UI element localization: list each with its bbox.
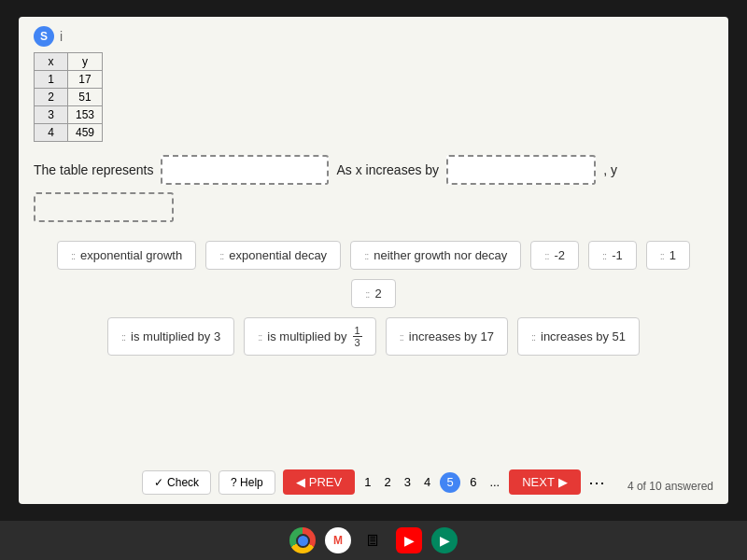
drop-zone-2[interactable] bbox=[446, 155, 596, 185]
option-label: 2 bbox=[374, 287, 381, 301]
page-num-1[interactable]: 1 bbox=[360, 473, 374, 491]
drag-option-neg2[interactable]: :: -2 bbox=[530, 241, 579, 270]
option-label: 1 bbox=[669, 248, 676, 262]
drag-handle: :: bbox=[660, 250, 664, 261]
table-row: 3 153 bbox=[35, 106, 103, 124]
drag-handle: :: bbox=[531, 331, 535, 343]
next-arrow-icon: ▶ bbox=[558, 475, 568, 489]
option-label: is multiplied by 3 bbox=[131, 329, 220, 343]
question-area: The table represents As x increases by ,… bbox=[34, 155, 713, 222]
table-row: 2 51 bbox=[35, 89, 103, 106]
taskbar: M 🗏 ▶ ▶ bbox=[0, 521, 747, 560]
table-cell: 459 bbox=[68, 124, 103, 142]
drag-handle: :: bbox=[364, 250, 368, 261]
drag-handle: :: bbox=[400, 331, 403, 343]
youtube-icon[interactable]: ▶ bbox=[396, 527, 422, 553]
table-row: 1 17 bbox=[35, 71, 103, 89]
table-cell: 2 bbox=[35, 89, 68, 106]
prev-label: PREV bbox=[309, 475, 342, 489]
play-icon[interactable]: ▶ bbox=[431, 527, 458, 553]
option-label: -1 bbox=[612, 248, 623, 262]
chrome-icon[interactable] bbox=[289, 527, 316, 553]
info-icon[interactable]: i bbox=[60, 29, 63, 44]
drag-handle: :: bbox=[258, 331, 261, 343]
option-label: is multiplied by bbox=[267, 329, 346, 343]
next-button[interactable]: NEXT ▶ bbox=[509, 469, 581, 495]
page-num-4[interactable]: 4 bbox=[420, 473, 434, 491]
help-button[interactable]: ? Help bbox=[218, 470, 275, 495]
check-label: Check bbox=[167, 476, 199, 489]
option-label: increases by 51 bbox=[541, 329, 626, 343]
table-row: 4 459 bbox=[35, 124, 103, 142]
answered-count: 4 of 10 answered bbox=[627, 480, 713, 493]
drop-zone-3[interactable] bbox=[34, 192, 174, 222]
page-num-5[interactable]: 5 bbox=[440, 472, 460, 493]
drag-handle: :: bbox=[602, 250, 606, 261]
page-num-2[interactable]: 2 bbox=[380, 473, 394, 491]
table-cell: 3 bbox=[35, 106, 68, 124]
check-icon: ✓ bbox=[154, 476, 163, 489]
drag-option-1[interactable]: :: 1 bbox=[646, 241, 690, 270]
table-cell: y bbox=[68, 53, 103, 71]
page-numbers: 1 2 3 4 5 6 ... bbox=[360, 472, 503, 493]
drag-option-multiplied-third[interactable]: :: is multiplied by 1 3 bbox=[244, 317, 376, 356]
ellipsis: ... bbox=[486, 473, 503, 491]
question-suffix: , y bbox=[603, 162, 617, 177]
drag-option-neither-growth[interactable]: :: neither growth nor decay bbox=[350, 241, 521, 270]
option-label: exponential growth bbox=[80, 248, 182, 262]
drop-zone-1[interactable] bbox=[161, 155, 329, 185]
drive-icon[interactable]: 🗏 bbox=[360, 527, 387, 553]
question-line: The table represents As x increases by ,… bbox=[34, 155, 713, 185]
drag-option-2[interactable]: :: 2 bbox=[351, 279, 395, 308]
top-bar: S i bbox=[34, 26, 713, 47]
check-button[interactable]: ✓ Check bbox=[142, 470, 211, 495]
table-cell: x bbox=[35, 53, 68, 71]
app-icon: S bbox=[34, 26, 54, 47]
drag-option-multiplied-3[interactable]: :: is multiplied by 3 bbox=[107, 317, 234, 356]
option-label: neither growth nor decay bbox=[374, 248, 507, 262]
question-middle: As x increases by bbox=[336, 162, 439, 177]
option-label: -2 bbox=[554, 248, 565, 262]
table-cell: 4 bbox=[35, 124, 68, 142]
drag-option-exponential-decay[interactable]: :: exponential decay bbox=[205, 241, 341, 270]
prev-button[interactable]: ◀ PREV bbox=[283, 469, 355, 495]
gmail-icon[interactable]: M bbox=[325, 527, 351, 553]
drag-handle: :: bbox=[219, 250, 223, 261]
nav-left: ✓ Check ? Help bbox=[142, 470, 275, 495]
drag-handle: :: bbox=[365, 288, 369, 300]
help-label: ? Help bbox=[231, 476, 263, 489]
prev-arrow-icon: ◀ bbox=[296, 475, 305, 489]
table-cell: 17 bbox=[68, 71, 103, 89]
grid-icon[interactable]: ⋯ bbox=[588, 472, 605, 493]
page-num-3[interactable]: 3 bbox=[401, 473, 415, 491]
fraction-one-third: 1 3 bbox=[353, 325, 362, 348]
options-row-1: :: exponential growth :: exponential dec… bbox=[34, 241, 713, 308]
table-cell: 153 bbox=[68, 106, 103, 124]
drag-handle: :: bbox=[544, 250, 548, 261]
drag-handle: :: bbox=[71, 250, 75, 261]
next-label: NEXT bbox=[522, 475, 555, 489]
drag-option-neg1[interactable]: :: -1 bbox=[588, 241, 637, 270]
nav-center: ◀ PREV 1 2 3 4 5 6 ... NEXT ▶ bbox=[283, 469, 581, 495]
drag-handle: :: bbox=[121, 331, 125, 343]
nav-bar: ✓ Check ? Help ◀ PREV 1 2 3 4 5 6 ... bbox=[19, 469, 728, 495]
table-row: x y bbox=[35, 53, 103, 71]
option-label: increases by 17 bbox=[409, 329, 494, 343]
options-row-2: :: is multiplied by 3 :: is multiplied b… bbox=[34, 317, 713, 356]
table-cell: 1 bbox=[35, 71, 68, 89]
table-cell: 51 bbox=[68, 89, 103, 106]
data-table: x y 1 17 2 51 3 153 4 459 bbox=[34, 52, 103, 142]
options-area: :: exponential growth :: exponential dec… bbox=[34, 241, 713, 356]
drag-option-increases-51[interactable]: :: increases by 51 bbox=[517, 317, 640, 356]
drag-option-increases-17[interactable]: :: increases by 17 bbox=[386, 317, 508, 356]
page-num-6[interactable]: 6 bbox=[466, 473, 480, 491]
drag-option-exponential-growth[interactable]: :: exponential growth bbox=[57, 241, 196, 270]
question-prefix: The table represents bbox=[34, 162, 153, 177]
option-label: exponential decay bbox=[229, 248, 327, 262]
